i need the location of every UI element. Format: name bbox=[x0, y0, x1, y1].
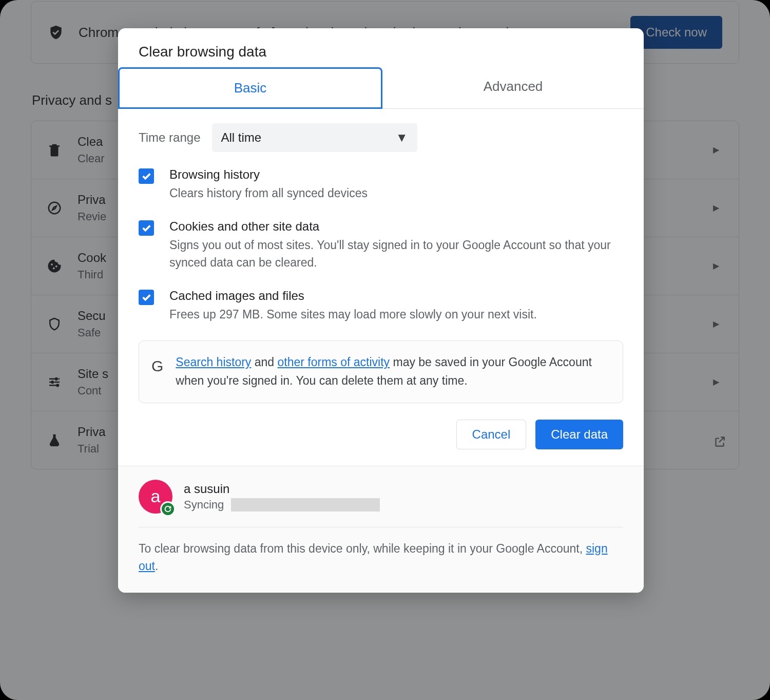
account-footer: a a susuin Syncing To clear browsing dat… bbox=[118, 466, 644, 593]
clear-data-button[interactable]: Clear data bbox=[535, 420, 623, 449]
link-search-history[interactable]: Search history bbox=[176, 355, 251, 369]
account-name: a susuin bbox=[184, 482, 380, 496]
item-sub-cookies: Signs you out of most sites. You'll stay… bbox=[169, 237, 623, 271]
dialog-title: Clear browsing data bbox=[118, 28, 644, 67]
chevron-down-icon: ▼ bbox=[396, 130, 408, 145]
tab-advanced[interactable]: Advanced bbox=[382, 67, 644, 108]
item-sub-cache: Frees up 297 MB. Some sites may load mor… bbox=[169, 306, 537, 323]
link-other-activity[interactable]: other forms of activity bbox=[278, 355, 390, 369]
checkbox-browsing-history[interactable] bbox=[139, 168, 154, 184]
checkbox-cache[interactable] bbox=[139, 290, 154, 305]
clear-browsing-data-dialog: Clear browsing data Basic Advanced Time … bbox=[118, 28, 644, 593]
tab-basic[interactable]: Basic bbox=[118, 67, 382, 109]
checkbox-cookies[interactable] bbox=[139, 220, 154, 236]
divider bbox=[139, 527, 623, 527]
item-title-browsing-history: Browsing history bbox=[169, 167, 368, 182]
google-g-icon: G bbox=[151, 354, 163, 379]
redacted-email bbox=[231, 498, 380, 512]
cancel-button[interactable]: Cancel bbox=[456, 420, 527, 449]
item-sub-browsing-history: Clears history from all synced devices bbox=[169, 185, 368, 202]
item-title-cookies: Cookies and other site data bbox=[169, 219, 623, 234]
syncing-label: Syncing bbox=[184, 498, 224, 512]
time-range-value: All time bbox=[221, 130, 262, 145]
avatar: a bbox=[139, 480, 172, 514]
dialog-tabs: Basic Advanced bbox=[118, 67, 644, 109]
google-activity-info: G Search history and other forms of acti… bbox=[139, 340, 623, 403]
time-range-label: Time range bbox=[139, 130, 201, 145]
item-title-cache: Cached images and files bbox=[169, 289, 537, 303]
time-range-dropdown[interactable]: All time ▼ bbox=[212, 123, 417, 152]
sync-badge-icon bbox=[160, 501, 176, 517]
